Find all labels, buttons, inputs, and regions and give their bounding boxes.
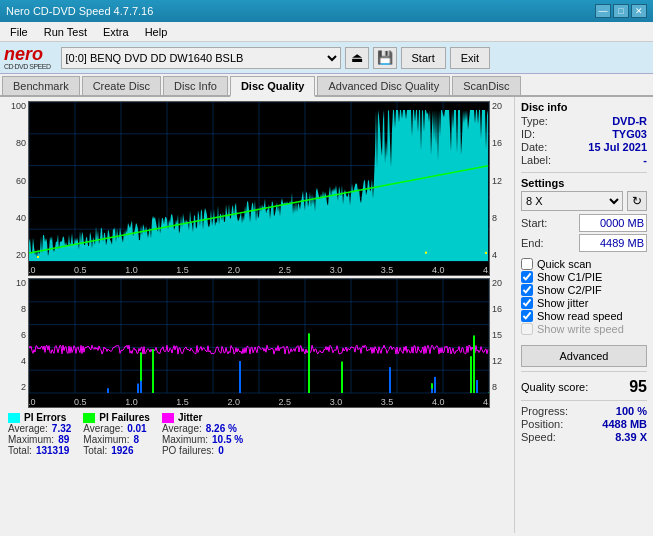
menu-help[interactable]: Help bbox=[139, 24, 174, 40]
legend-pi-errors: PI Errors Average: 7.32 Maximum: 89 Tota… bbox=[8, 412, 71, 456]
right-panel: Disc info Type: DVD-R ID: TYG03 Date: 15… bbox=[514, 97, 653, 533]
tab-advanced-disc-quality[interactable]: Advanced Disc Quality bbox=[317, 76, 450, 95]
checkbox-section: Quick scan Show C1/PIE Show C2/PIF Show … bbox=[521, 258, 647, 335]
menu-extra[interactable]: Extra bbox=[97, 24, 135, 40]
pi-failures-label: PI Failures bbox=[99, 412, 150, 423]
legend: PI Errors Average: 7.32 Maximum: 89 Tota… bbox=[4, 410, 510, 458]
bottom-chart-wrapper: 10 8 6 4 2 20 16 15 12 8 bbox=[28, 278, 490, 408]
titlebar: Nero CD-DVD Speed 4.7.7.16 — □ ✕ bbox=[0, 0, 653, 22]
settings-section: Settings 8 X ↻ Start: End: bbox=[521, 177, 647, 252]
drive-selector[interactable]: [0:0] BENQ DVD DD DW1640 BSLB bbox=[61, 47, 341, 69]
pi-errors-color bbox=[8, 413, 20, 423]
jitter-color bbox=[162, 413, 174, 423]
tab-scan-disc[interactable]: ScanDisc bbox=[452, 76, 520, 95]
quality-score-row: Quality score: 95 bbox=[521, 378, 647, 396]
top-chart-y-left: 100 80 60 40 20 bbox=[6, 101, 26, 260]
progress-section: Progress: 100 % Position: 4488 MB Speed:… bbox=[521, 405, 647, 443]
maximize-button[interactable]: □ bbox=[613, 4, 629, 18]
quick-scan-checkbox[interactable] bbox=[521, 258, 533, 270]
pi-failures-color bbox=[83, 413, 95, 423]
disc-info-section: Disc info Type: DVD-R ID: TYG03 Date: 15… bbox=[521, 101, 647, 166]
jitter-label: Jitter bbox=[178, 412, 202, 423]
logo-sub: CD·DVD SPEED bbox=[4, 63, 51, 70]
legend-jitter: Jitter Average: 8.26 % Maximum: 10.5 % P… bbox=[162, 412, 243, 456]
top-chart bbox=[28, 101, 490, 276]
minimize-button[interactable]: — bbox=[595, 4, 611, 18]
disc-info-title: Disc info bbox=[521, 101, 647, 113]
tab-bar: Benchmark Create Disc Disc Info Disc Qua… bbox=[0, 74, 653, 97]
show-read-speed-checkbox[interactable] bbox=[521, 310, 533, 322]
show-write-speed-checkbox bbox=[521, 323, 533, 335]
tab-disc-quality[interactable]: Disc Quality bbox=[230, 76, 316, 97]
chart-area: 100 80 60 40 20 20 16 12 8 4 10 bbox=[0, 97, 514, 533]
legend-pi-failures: PI Failures Average: 0.01 Maximum: 8 Tot… bbox=[83, 412, 150, 456]
tab-disc-info[interactable]: Disc Info bbox=[163, 76, 228, 95]
window-controls[interactable]: — □ ✕ bbox=[595, 4, 647, 18]
main-content: 100 80 60 40 20 20 16 12 8 4 10 bbox=[0, 97, 653, 533]
speed-select[interactable]: 8 X bbox=[521, 191, 623, 211]
close-button[interactable]: ✕ bbox=[631, 4, 647, 18]
pi-errors-label: PI Errors bbox=[24, 412, 66, 423]
tab-benchmark[interactable]: Benchmark bbox=[2, 76, 80, 95]
tab-create-disc[interactable]: Create Disc bbox=[82, 76, 161, 95]
toolbar: nero CD·DVD SPEED [0:0] BENQ DVD DD DW16… bbox=[0, 42, 653, 74]
logo-text: nero bbox=[4, 45, 51, 63]
start-input[interactable] bbox=[579, 214, 647, 232]
window-title: Nero CD-DVD Speed 4.7.7.16 bbox=[6, 5, 153, 17]
bottom-chart-y-right: 20 16 15 12 8 bbox=[492, 278, 508, 392]
quality-score-value: 95 bbox=[629, 378, 647, 396]
settings-title: Settings bbox=[521, 177, 647, 189]
advanced-button[interactable]: Advanced bbox=[521, 345, 647, 367]
bottom-chart bbox=[28, 278, 490, 408]
menu-file[interactable]: File bbox=[4, 24, 34, 40]
show-c2-pif-checkbox[interactable] bbox=[521, 284, 533, 296]
quality-score-label: Quality score: bbox=[521, 381, 588, 393]
app-logo: nero CD·DVD SPEED bbox=[4, 45, 51, 70]
bottom-chart-y-left: 10 8 6 4 2 bbox=[6, 278, 26, 392]
show-jitter-checkbox[interactable] bbox=[521, 297, 533, 309]
end-input[interactable] bbox=[579, 234, 647, 252]
show-c1-pie-checkbox[interactable] bbox=[521, 271, 533, 283]
exit-button[interactable]: Exit bbox=[450, 47, 490, 69]
top-chart-wrapper: 100 80 60 40 20 20 16 12 8 4 bbox=[28, 101, 490, 276]
menubar: File Run Test Extra Help bbox=[0, 22, 653, 42]
start-button[interactable]: Start bbox=[401, 47, 446, 69]
menu-run-test[interactable]: Run Test bbox=[38, 24, 93, 40]
refresh-button[interactable]: ↻ bbox=[627, 191, 647, 211]
save-button[interactable]: 💾 bbox=[373, 47, 397, 69]
eject-button[interactable]: ⏏ bbox=[345, 47, 369, 69]
top-chart-y-right: 20 16 12 8 4 bbox=[492, 101, 508, 260]
